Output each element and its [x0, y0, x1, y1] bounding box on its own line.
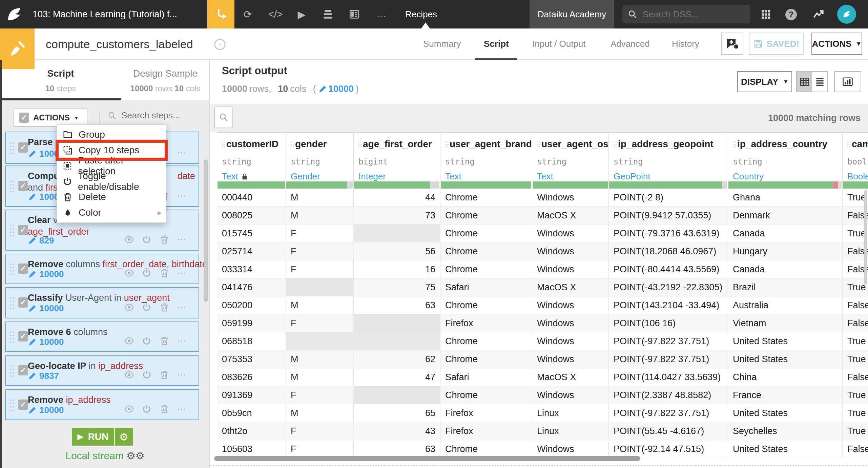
step-more-icon[interactable]: ⋯ — [177, 234, 187, 245]
cell-gender[interactable] — [286, 278, 354, 296]
cell-user_agent_os[interactable]: Windows — [532, 260, 609, 278]
cell-user_agent_brand[interactable]: Firefox — [440, 314, 532, 332]
cell-user_agent_brand[interactable]: Chrome — [440, 242, 532, 260]
column-header-user_agent_os[interactable]: user_agent_os string Text — [532, 133, 609, 189]
cell-campaign[interactable]: True — [843, 386, 868, 404]
drag-handle-icon[interactable] — [10, 399, 11, 401]
cell-user_agent_os[interactable]: Windows — [532, 386, 609, 404]
column-header-gender[interactable]: gender string Gender — [286, 133, 354, 189]
list-view-button[interactable] — [812, 72, 827, 92]
drag-handle-icon[interactable] — [10, 225, 11, 226]
step-more-icon[interactable]: ⋯ — [177, 370, 187, 380]
cell-ip_address_country[interactable]: United States — [728, 440, 843, 458]
cell-gender[interactable]: M — [286, 207, 354, 225]
drag-handle-icon[interactable] — [10, 297, 11, 299]
cell-ip_address_geopoint[interactable]: POINT(-79.3716 43.6319) — [609, 225, 728, 242]
vertical-scrollbar[interactable] — [864, 190, 867, 285]
script-step-card[interactable]: ✓ Remove ip_address 10000 ⋯ — [5, 389, 199, 420]
cell-user_agent_brand[interactable]: Safari — [440, 278, 532, 296]
cell-user_agent_os[interactable]: Windows — [532, 225, 609, 242]
cell-customerID[interactable]: 083626 — [217, 368, 286, 386]
column-header-ip_address_geopoint[interactable]: ip_address_geopoint string GeoPoint — [609, 133, 728, 189]
edited-rows-count[interactable]: 10000 — [318, 84, 354, 94]
cell-user_agent_brand[interactable]: Safari — [440, 368, 532, 386]
drag-handle-icon[interactable] — [10, 264, 11, 265]
project-title[interactable]: 103: Machine Learning (Tutorial) f... — [33, 0, 177, 28]
step-power-icon[interactable] — [142, 404, 152, 414]
cell-gender[interactable]: F — [286, 225, 354, 242]
cell-ip_address_country[interactable]: Vietnam — [728, 314, 843, 332]
cell-gender[interactable]: F — [286, 440, 354, 458]
cell-gender[interactable]: M — [286, 404, 354, 422]
academy-link[interactable]: Dataiku Academy — [530, 0, 614, 28]
cell-ip_address_geopoint[interactable]: POINT(-97.822 37.751) — [609, 332, 728, 350]
cell-user_agent_os[interactable]: Windows — [532, 440, 609, 458]
table-view-button[interactable] — [797, 72, 812, 92]
jobs-stack-icon[interactable] — [318, 0, 337, 28]
cell-gender[interactable]: F — [286, 242, 354, 260]
step-checkbox[interactable]: ✓ — [18, 365, 28, 375]
steps-search[interactable] — [108, 110, 197, 121]
column-header-age_first_order[interactable]: age_first_order bigint Integer — [354, 133, 440, 189]
run-jobs-icon[interactable]: ▶ — [292, 0, 311, 28]
step-checkbox[interactable]: ✓ — [18, 399, 28, 410]
step-more-icon[interactable]: ⋯ — [177, 191, 187, 201]
recipe-tab-summary[interactable]: Summary — [423, 28, 461, 59]
cell-gender[interactable]: F — [286, 422, 354, 440]
column-meaning[interactable]: Integer — [358, 171, 440, 182]
column-header-user_agent_brand[interactable]: user_agent_brand string Text — [440, 133, 532, 189]
cell-ip_address_country[interactable]: Canada — [728, 225, 843, 242]
script-step-card[interactable]: ✓ Classify User-Agent in user_agent 1000… — [5, 287, 199, 318]
cell-customerID[interactable]: 025714 — [217, 242, 286, 260]
drag-handle-icon[interactable] — [10, 365, 11, 367]
global-search[interactable] — [622, 5, 750, 23]
cell-user_agent_brand[interactable]: Chrome — [440, 189, 532, 207]
cell-user_agent_brand[interactable]: Chrome — [440, 350, 532, 368]
cell-customerID[interactable]: 033314 — [217, 260, 286, 278]
cell-user_agent_os[interactable]: Linux — [532, 422, 609, 440]
cell-campaign[interactable]: True — [843, 422, 868, 440]
cell-user_agent_os[interactable]: MacOS X — [532, 368, 609, 386]
column-drag-icon[interactable] — [537, 141, 538, 142]
steps-actions-button[interactable]: ✓ ACTIONS ▼ — [14, 109, 87, 127]
step-more-icon[interactable]: ⋯ — [177, 336, 187, 346]
trend-arrow-icon[interactable] — [809, 0, 828, 28]
column-drag-icon[interactable] — [358, 141, 359, 142]
cell-gender[interactable] — [286, 332, 354, 350]
cell-gender[interactable]: M — [286, 368, 354, 386]
cell-customerID[interactable]: 008025 — [217, 207, 286, 225]
step-trash-icon[interactable] — [159, 234, 169, 245]
step-trash-icon[interactable] — [159, 302, 169, 312]
cell-user_agent_brand[interactable]: Chrome — [440, 296, 532, 314]
more-menu-icon[interactable]: ... — [373, 0, 392, 28]
cell-user_agent_os[interactable]: MacOS X — [532, 278, 609, 296]
context-menu-item-group[interactable]: Group — [57, 127, 166, 142]
cell-user_agent_os[interactable]: Linux — [532, 404, 609, 422]
cell-user_agent_os[interactable]: Windows — [532, 350, 609, 368]
cell-ip_address_country[interactable]: Seychelles — [728, 422, 843, 440]
recipe-actions-button[interactable]: ACTIONS ▼ — [811, 33, 862, 55]
column-meaning[interactable]: Country — [733, 171, 842, 182]
cell-customerID[interactable]: 068518 — [217, 332, 286, 350]
drag-handle-icon[interactable] — [10, 331, 11, 333]
recipe-flow-active-icon[interactable] — [207, 0, 234, 28]
cell-user_agent_os[interactable]: Windows — [532, 296, 609, 314]
column-drag-icon[interactable] — [614, 141, 615, 142]
cell-ip_address_country[interactable]: Brazil — [728, 278, 843, 296]
cell-user_agent_brand[interactable]: Chrome — [440, 440, 532, 458]
cell-age_first_order[interactable]: 16 — [354, 260, 440, 278]
cell-ip_address_country[interactable]: Hungary — [728, 242, 843, 260]
cell-ip_address_geopoint[interactable]: POINT(106 16) — [609, 314, 728, 332]
step-eye-icon[interactable] — [124, 336, 134, 346]
step-checkbox[interactable]: ✓ — [18, 264, 28, 274]
cell-gender[interactable]: F — [286, 260, 354, 278]
cell-age_first_order[interactable]: 63 — [354, 296, 440, 314]
cell-customerID[interactable]: 0tht2o — [217, 422, 286, 440]
cell-age_first_order[interactable] — [354, 225, 440, 242]
step-power-icon[interactable] — [142, 336, 152, 346]
step-more-icon[interactable]: ⋯ — [177, 268, 187, 278]
step-eye-icon[interactable] — [124, 234, 134, 245]
cell-campaign[interactable]: True — [843, 404, 868, 422]
cell-user_agent_os[interactable]: Windows — [532, 332, 609, 350]
cell-customerID[interactable]: 015745 — [217, 225, 286, 242]
